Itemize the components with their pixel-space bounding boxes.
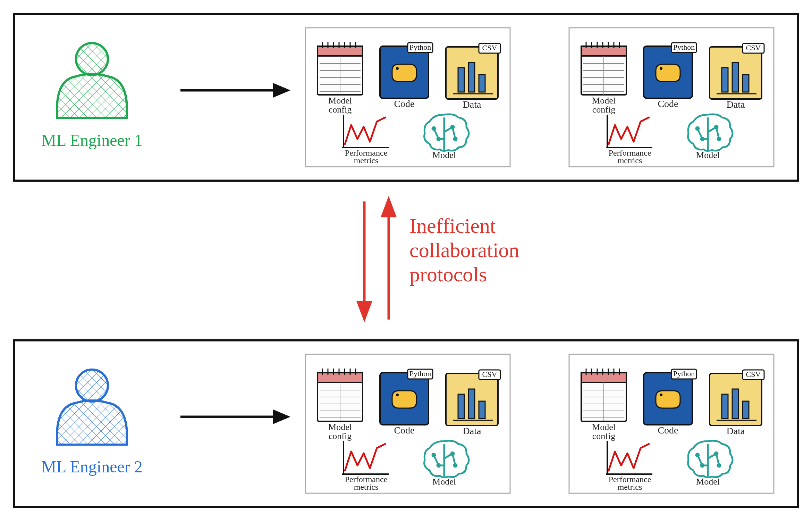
model-config-icon xyxy=(581,42,626,95)
model-label: Model xyxy=(696,150,720,160)
svg-point-53 xyxy=(396,67,399,70)
data-label: Data xyxy=(727,425,745,436)
model-label: Model xyxy=(432,477,456,487)
svg-rect-57 xyxy=(458,68,464,92)
model-label: Model xyxy=(696,477,720,487)
svg-rect-129 xyxy=(468,389,475,419)
svg-rect-58 xyxy=(468,63,475,92)
data-label: Data xyxy=(463,425,481,436)
model-config-icon xyxy=(318,42,363,95)
svg-text:CSV: CSV xyxy=(482,370,497,379)
artifact-box-2a: Modelconfig Python Code CSV Data xyxy=(305,354,510,493)
svg-rect-89 xyxy=(732,63,738,92)
svg-text:Python: Python xyxy=(673,369,695,378)
model-config-icon xyxy=(318,369,363,421)
data-icon: CSV xyxy=(446,370,500,425)
svg-point-124 xyxy=(396,394,399,396)
code-label: Code xyxy=(394,425,414,436)
model-config-label: Modelconfig xyxy=(328,422,352,441)
svg-rect-160 xyxy=(732,389,738,419)
collaboration-arrows-icon xyxy=(358,199,395,320)
code-icon: Python xyxy=(644,43,696,98)
svg-point-38 xyxy=(77,44,107,74)
model-config-label: Modelconfig xyxy=(592,96,616,115)
svg-text:CSV: CSV xyxy=(482,43,497,52)
svg-text:Python: Python xyxy=(673,43,695,51)
svg-rect-130 xyxy=(479,401,485,419)
collaboration-label: Inefficient collaboration protocols xyxy=(409,214,525,286)
data-icon: CSV xyxy=(446,43,500,99)
svg-rect-159 xyxy=(722,394,728,419)
svg-rect-161 xyxy=(743,401,749,419)
artifact-box-1a: Modelconfig Python Code CSV Data xyxy=(305,28,510,167)
artifact-box-2b: Modelconfig Python Code CSV Data xyxy=(569,354,774,493)
engineer-1-label: ML Engineer 1 xyxy=(41,131,142,149)
data-icon: CSV xyxy=(710,43,764,99)
model-label: Model xyxy=(432,150,456,160)
svg-marker-104 xyxy=(358,302,371,319)
engineer-1-panel: ML Engineer 1 xyxy=(14,14,798,181)
data-label: Data xyxy=(463,99,481,110)
svg-text:Python: Python xyxy=(409,43,431,51)
data-label: Data xyxy=(727,99,745,110)
svg-point-109 xyxy=(77,371,107,400)
model-config-icon xyxy=(581,369,626,421)
model-config-label: Modelconfig xyxy=(328,96,352,115)
svg-text:CSV: CSV xyxy=(746,43,761,52)
svg-marker-106 xyxy=(382,199,395,216)
code-icon: Python xyxy=(644,369,696,425)
engineer-2-label: ML Engineer 2 xyxy=(41,457,142,476)
artifact-box-1b: Modelconfig Python Code CSV Data xyxy=(569,28,774,167)
svg-text:CSV: CSV xyxy=(746,370,761,379)
code-label: Code xyxy=(658,98,678,109)
model-config-label: Modelconfig xyxy=(592,422,616,441)
code-icon: Python xyxy=(380,43,433,98)
code-label: Code xyxy=(658,425,678,436)
svg-text:Python: Python xyxy=(409,369,431,378)
svg-rect-90 xyxy=(743,75,749,92)
code-label: Code xyxy=(394,98,414,109)
svg-rect-88 xyxy=(722,68,728,92)
svg-rect-128 xyxy=(458,394,464,419)
svg-rect-59 xyxy=(479,75,485,92)
data-icon: CSV xyxy=(710,370,764,425)
code-icon: Python xyxy=(380,369,433,425)
svg-point-155 xyxy=(660,394,662,396)
svg-point-84 xyxy=(660,67,662,70)
engineer-2-panel: ML Engineer 2 Mo xyxy=(14,340,798,507)
